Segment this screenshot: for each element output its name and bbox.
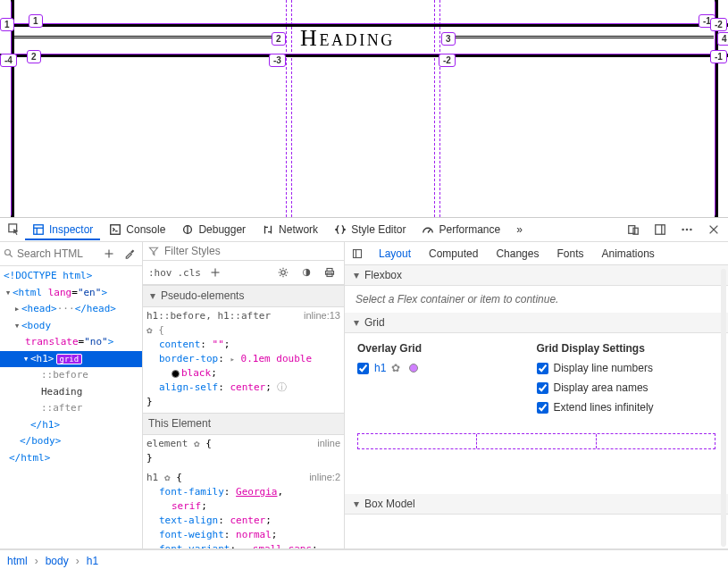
add-rule-icon[interactable] (206, 264, 224, 281)
info-icon[interactable]: ⓘ (277, 381, 287, 393)
svg-rect-8 (629, 226, 635, 234)
dom-after[interactable]: ::after (0, 400, 142, 417)
dom-body-close[interactable]: </body> (0, 433, 142, 450)
svg-line-28 (280, 269, 280, 270)
svg-point-17 (5, 250, 11, 255)
dock-mode-icon[interactable] (651, 221, 669, 239)
scrollbar[interactable] (721, 269, 726, 547)
overlay-grid-col: Overlay Grid h1 ✿ (357, 342, 537, 421)
tab-network[interactable]: Network (255, 219, 325, 240)
grid-row-label-1: 1 (0, 18, 14, 31)
tab-console-label: Console (126, 223, 165, 236)
flexbox-accordion[interactable]: ▾Flexbox (345, 265, 728, 286)
hov-toggle[interactable]: :hov (148, 267, 172, 279)
inspector-icon (32, 223, 45, 236)
tab-style-editor[interactable]: Style Editor (327, 219, 413, 240)
dark-scheme-icon[interactable] (297, 264, 315, 281)
svg-line-31 (286, 269, 287, 270)
styles-filter-input[interactable] (164, 245, 339, 257)
pseudo-elements-header[interactable]: ▾Pseudo-elements (143, 285, 344, 307)
dom-head[interactable]: ▸<head>···</head> (0, 301, 142, 318)
dom-tree[interactable]: <!DOCTYPE html> ▾<html lang="en"> ▸<head… (0, 266, 142, 468)
rule-src[interactable]: inline (317, 437, 340, 451)
tabs-overflow[interactable]: » (509, 219, 530, 240)
rule-src[interactable]: inline:13 (304, 309, 340, 323)
rule-h1[interactable]: inline:2 h1 ✿ { font-family: Georgia, se… (143, 469, 344, 548)
dom-doctype[interactable]: <!DOCTYPE html> (0, 268, 142, 285)
tab-debugger[interactable]: Debugger (174, 219, 253, 240)
crumb-sep: › (35, 555, 38, 567)
tab-performance[interactable]: Performance (414, 219, 507, 240)
tab-performance-label: Performance (439, 223, 500, 236)
filter-icon (148, 246, 159, 256)
this-element-header[interactable]: This Element (143, 413, 344, 435)
opt-area-names[interactable]: Display area names (537, 381, 716, 394)
responsive-mode-icon[interactable] (624, 221, 642, 239)
layout-tab-changes[interactable]: Changes (490, 244, 544, 264)
grid-col-label-2: 2 (272, 32, 286, 46)
dom-before[interactable]: ::before (0, 367, 142, 384)
layout-tab-layout[interactable]: Layout (373, 244, 416, 264)
tab-style-editor-label: Style Editor (351, 223, 406, 236)
overlay-h1-checkbox[interactable] (357, 363, 369, 374)
grid-col-line-3b (439, 0, 440, 217)
crumb-body[interactable]: body (46, 555, 69, 567)
add-node-icon[interactable] (100, 245, 118, 263)
overlay-h1[interactable]: h1 ✿ (357, 362, 537, 374)
dom-html-close[interactable]: </html> (0, 450, 142, 467)
tab-console[interactable]: Console (102, 219, 172, 240)
rule-element[interactable]: inline element ✿ { } (143, 435, 344, 469)
svg-rect-36 (354, 249, 362, 257)
cls-toggle[interactable]: .cls (178, 267, 202, 279)
performance-icon (422, 223, 434, 236)
demo-heading: Heading (300, 25, 395, 52)
svg-line-18 (10, 255, 13, 257)
grid-row-label-2: 2 (27, 50, 41, 63)
boxmodel-accordion[interactable]: ▾Box Model (345, 494, 728, 515)
svg-line-30 (280, 275, 280, 276)
dom-body-open[interactable]: ▾<body (0, 318, 142, 335)
grid-section: Overlay Grid h1 ✿ Grid Display Settings … (345, 333, 728, 430)
tab-network-label: Network (279, 223, 318, 236)
crumb-h1[interactable]: h1 (87, 555, 98, 567)
dom-h1-close[interactable]: </h1> (0, 417, 142, 434)
debugger-icon (181, 223, 194, 236)
close-icon[interactable] (705, 221, 723, 239)
layout-tab-fonts[interactable]: Fonts (551, 244, 589, 264)
dom-heading-text[interactable]: Heading (0, 384, 142, 401)
opt-line-numbers[interactable]: Display line numbers (537, 362, 716, 374)
dom-html-open[interactable]: ▾<html lang="en"> (0, 285, 142, 302)
pick-element-icon[interactable] (5, 221, 23, 239)
rule-pseudo[interactable]: inline:13 h1::before, h1::after ✿ { cont… (143, 307, 344, 413)
layout-tab-animations[interactable]: Animations (596, 244, 659, 264)
grid-color-swatch[interactable] (409, 364, 418, 373)
grid-row-line-2 (0, 54, 728, 57)
rule-src[interactable]: inline:2 (309, 471, 340, 485)
light-scheme-icon[interactable] (274, 264, 292, 281)
dom-body-attr[interactable]: translate="no"> (0, 334, 142, 351)
search-icon (4, 248, 14, 259)
crumb-html[interactable]: html (7, 555, 28, 567)
layout-sidebar-icon[interactable] (348, 245, 366, 263)
opt-extend-lines[interactable]: Extend lines infinitely (537, 401, 716, 414)
meatball-menu-icon[interactable] (678, 221, 696, 239)
layout-panel: Layout Computed Changes Fonts Animations… (345, 242, 728, 548)
dom-search-input[interactable] (17, 247, 97, 260)
grid-col-label-3: 3 (441, 32, 456, 46)
dom-h1-open[interactable]: ▾<h1>grid (0, 351, 142, 368)
style-editor-icon (334, 223, 347, 236)
grid-settings-title: Grid Display Settings (537, 342, 716, 355)
target-icon[interactable]: ✿ (391, 362, 400, 374)
layout-tab-computed[interactable]: Computed (423, 244, 483, 264)
layout-tabs: Layout Computed Changes Fonts Animations (345, 242, 728, 265)
rule-selector[interactable]: h1::before, h1::after (146, 310, 271, 322)
grid-accordion[interactable]: ▾Grid (345, 313, 728, 333)
eyedropper-icon[interactable] (121, 245, 138, 263)
overlay-grid-title: Overlay Grid (357, 342, 537, 355)
print-media-icon[interactable] (321, 264, 339, 281)
grid-col-label-4: 4 (717, 32, 728, 46)
styles-panel: :hov .cls ▾Pseudo-elements inline:13 h1:… (143, 242, 345, 548)
tab-inspector[interactable]: Inspector (25, 219, 100, 240)
styles-body[interactable]: ▾Pseudo-elements inline:13 h1::before, h… (143, 285, 344, 548)
tab-debugger-label: Debugger (198, 223, 246, 236)
